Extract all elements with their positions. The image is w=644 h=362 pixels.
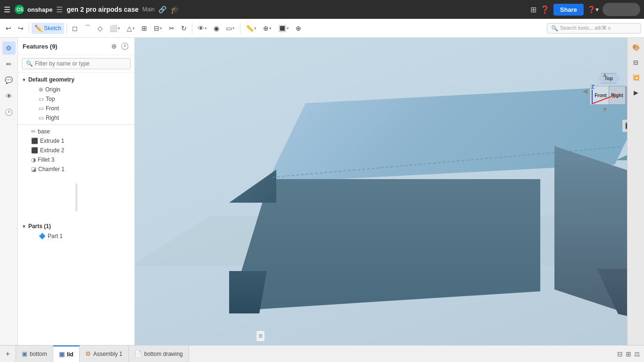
draft-button[interactable]: △▾: [124, 23, 138, 34]
parts-section[interactable]: ▼ Parts (1): [18, 221, 134, 231]
pattern-button[interactable]: ⊞: [139, 23, 150, 34]
comment-iconbar-btn[interactable]: 💬: [2, 74, 16, 87]
orient-up-arrow[interactable]: ▲: [602, 71, 608, 78]
svg-text:Z: Z: [591, 85, 594, 90]
help-icon[interactable]: ❓: [540, 5, 550, 14]
undo-button[interactable]: ↩: [3, 23, 14, 34]
hamburger-menu[interactable]: ☰: [4, 5, 10, 14]
appearance-button[interactable]: 🎨: [629, 41, 643, 54]
part-icon: 🔷: [39, 233, 46, 239]
front-label: Front: [46, 105, 59, 112]
measure-button[interactable]: 📏▾: [243, 23, 259, 34]
extrude1-item[interactable]: ⬛ Extrude 1: [18, 136, 134, 146]
right-plane-item[interactable]: ▭ Right: [18, 113, 134, 123]
part1-label: Part 1: [48, 233, 63, 239]
sketch-icon: ✏️: [34, 25, 42, 32]
fillet3-label: Fillet 3: [38, 156, 54, 163]
parts-label: Parts (1): [28, 223, 51, 230]
toolbar-separator-4: [240, 23, 240, 34]
filter-icon: 🔍: [26, 60, 33, 67]
panel-scrollbar[interactable]: [75, 183, 77, 212]
tab-lid[interactable]: ▣ lid: [53, 346, 80, 362]
part1-item[interactable]: 🔷 Part 1: [18, 231, 134, 241]
extrude2-label: Extrude 2: [40, 147, 64, 154]
base-item[interactable]: ✏ base: [18, 127, 134, 136]
hamburger-icon[interactable]: ☰: [56, 5, 63, 14]
filter-input-wrap: 🔍: [22, 58, 131, 69]
collapse-arrow: ▼: [22, 77, 26, 82]
bottom-icon-2[interactable]: ⊞: [626, 350, 631, 358]
section-view-button[interactable]: ⊟: [629, 56, 643, 69]
right-toolbar: 🎨 ⊟ 💥 ▶: [627, 38, 644, 345]
add-feature-icon[interactable]: ⊕: [110, 41, 118, 51]
tab-assembly1[interactable]: ⚙ Assembly 1: [80, 346, 129, 362]
top-plane-item[interactable]: ▭ Top: [18, 94, 134, 104]
origin-icon: ⊕: [39, 86, 43, 93]
fillet-button[interactable]: ⌒: [82, 22, 94, 34]
tab-bottom[interactable]: ▣ bottom: [16, 346, 53, 362]
explode-button[interactable]: 💥: [629, 71, 643, 84]
tab-bottom-label: bottom: [30, 351, 47, 357]
extrude2-item[interactable]: ⬛ Extrude 2: [18, 146, 134, 155]
crosshair-button[interactable]: ⊕: [293, 23, 304, 34]
mirror-button[interactable]: ⊟▾: [151, 23, 165, 34]
side-panel: Features (9) ⊕ 🕐 🔍 ▼ Default geometry ⊕ …: [18, 38, 135, 345]
front-plane-item[interactable]: ▭ Front: [18, 104, 134, 113]
link-icon[interactable]: 🔗: [158, 6, 166, 13]
tree-divider-1: [18, 124, 134, 125]
cube-top-face[interactable]: Top: [598, 73, 619, 83]
3d-viewport[interactable]: Top Front Right X Z ◀ ▶ ▲: [135, 38, 644, 345]
graduation-icon: 🎓: [170, 5, 180, 14]
feature-tree: ▼ Default geometry ⊕ Origin ▭ Top ▭ Fron…: [18, 73, 134, 345]
surface-point: [531, 181, 536, 186]
shell-button[interactable]: ⬜▾: [107, 23, 123, 34]
redo-button[interactable]: ↪: [15, 23, 26, 34]
origin-item[interactable]: ⊕ Origin: [18, 85, 134, 94]
sketch-iconbar-btn[interactable]: ✏: [2, 58, 16, 71]
base-label: base: [38, 128, 50, 135]
plane-button[interactable]: ▭▾: [223, 23, 238, 34]
orient-down-arrow[interactable]: ▼: [602, 106, 608, 113]
add-tab-button[interactable]: +: [0, 346, 16, 362]
visibility-iconbar-btn[interactable]: 👁: [2, 90, 16, 103]
right-label: Right: [46, 115, 59, 121]
tab-drawing-icon: 📄: [134, 350, 142, 357]
grid-view-icon[interactable]: ⊞: [530, 5, 537, 14]
display-button[interactable]: 🔳▾: [275, 23, 292, 34]
sketch-label: Sketch: [44, 25, 61, 32]
orient-left-arrow[interactable]: ◀: [583, 87, 588, 95]
panel-collapse-button[interactable]: ≡: [256, 331, 264, 341]
filter-input[interactable]: [35, 60, 126, 67]
history-icon[interactable]: 🕐: [120, 41, 130, 51]
svg-line-2: [592, 97, 611, 104]
sketch-feature-icon: ✏: [31, 128, 36, 135]
section-button[interactable]: ⊕▾: [260, 23, 274, 34]
search-tools[interactable]: 🔍 Search tools... alt/⌘ c: [547, 23, 641, 33]
share-button[interactable]: Share: [553, 4, 584, 16]
extrude-icon-1: ⬛: [31, 138, 38, 144]
chamfer-button[interactable]: ◇: [95, 23, 106, 34]
tab-assembly-label: Assembly 1: [93, 351, 123, 357]
animate-button[interactable]: ▶: [629, 86, 643, 99]
extrude-icon-2: ⬛: [31, 147, 38, 154]
sketch-button[interactable]: ✏️ Sketch: [32, 23, 64, 34]
render-button[interactable]: ◉: [211, 23, 222, 34]
features-iconbar-btn[interactable]: ⚙: [2, 41, 16, 55]
split-button[interactable]: ✂: [166, 23, 177, 34]
user-avatar[interactable]: [603, 3, 640, 16]
help-menu-icon[interactable]: ❓▾: [587, 6, 599, 13]
left-iconbar: ⚙ ✏ 💬 👁 🕐: [0, 38, 18, 345]
view-button[interactable]: 👁▾: [195, 23, 210, 34]
surface-button[interactable]: ◻: [69, 23, 81, 34]
logo-text: onshape: [27, 6, 52, 13]
tab-bottom-drawing[interactable]: 📄 bottom drawing: [129, 346, 189, 362]
fillet3-item[interactable]: ◑ Fillet 3: [18, 155, 134, 165]
wrap-button[interactable]: ↻: [178, 23, 190, 34]
history-iconbar-btn[interactable]: 🕐: [2, 106, 16, 119]
bottom-icon-1[interactable]: ⊟: [617, 350, 623, 358]
chamfer-top-left: [229, 170, 276, 203]
chamfer1-item[interactable]: ◪ Chamfer 1: [18, 165, 134, 174]
default-geometry-section[interactable]: ▼ Default geometry: [18, 74, 134, 85]
toolbar-separator-1: [29, 23, 29, 34]
bottom-icon-3[interactable]: ⚖: [634, 350, 640, 358]
